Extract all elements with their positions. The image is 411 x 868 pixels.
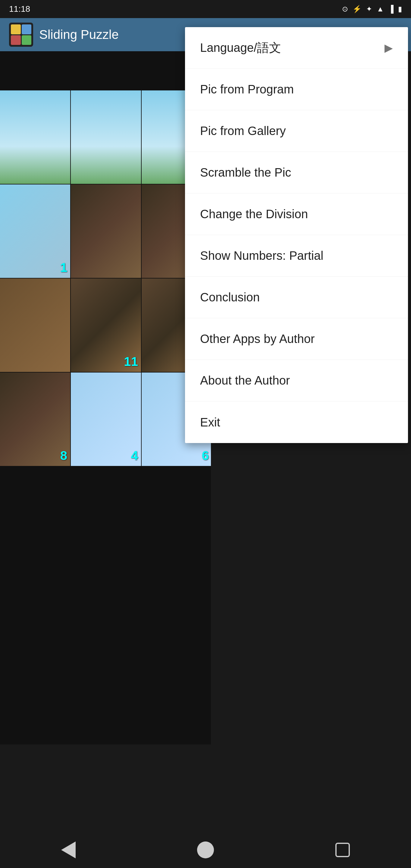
menu-item-exit[interactable]: Exit [185, 401, 408, 443]
dropdown-overlay: Language/語文 ▶ Pic from Program Pic from … [0, 0, 411, 868]
menu-item-show-numbers[interactable]: Show Numbers: Partial [185, 235, 408, 277]
menu-item-pic-from-gallery[interactable]: Pic from Gallery [185, 110, 408, 152]
menu-item-show-numbers-label: Show Numbers: Partial [200, 249, 323, 262]
menu-item-pic-gallery-label: Pic from Gallery [200, 124, 286, 138]
menu-item-change-division-label: Change the Division [200, 207, 308, 221]
menu-item-conclusion-label: Conclusion [200, 290, 260, 304]
submenu-arrow-icon: ▶ [384, 41, 393, 54]
dropdown-menu: Language/語文 ▶ Pic from Program Pic from … [185, 27, 408, 443]
menu-item-about-author[interactable]: About the Author [185, 360, 408, 401]
menu-item-other-apps[interactable]: Other Apps by Author [185, 318, 408, 360]
menu-item-scramble[interactable]: Scramble the Pic [185, 152, 408, 193]
menu-item-other-apps-label: Other Apps by Author [200, 332, 315, 346]
menu-item-pic-from-program[interactable]: Pic from Program [185, 69, 408, 110]
menu-item-exit-label: Exit [200, 415, 220, 429]
menu-item-conclusion[interactable]: Conclusion [185, 277, 408, 318]
menu-item-scramble-label: Scramble the Pic [200, 166, 291, 179]
menu-item-change-division[interactable]: Change the Division [185, 193, 408, 235]
menu-item-pic-program-label: Pic from Program [200, 83, 294, 96]
menu-item-language[interactable]: Language/語文 ▶ [185, 27, 408, 69]
menu-item-language-label: Language/語文 [200, 39, 281, 56]
menu-item-about-author-label: About the Author [200, 374, 290, 387]
